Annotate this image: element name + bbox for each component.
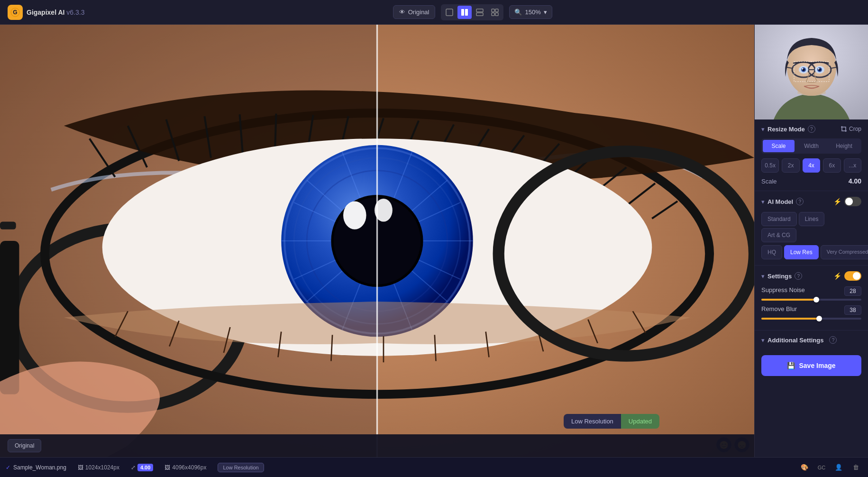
scale-info: ⤢ 4.00 <box>131 464 153 471</box>
save-image-button[interactable]: 💾 Save Image <box>761 355 861 376</box>
filename: Sample_Woman.png <box>13 464 66 471</box>
main-content: Low Resolution Updated 😊 😞 Original <box>0 25 868 457</box>
scale-value: 4.00 <box>849 177 861 185</box>
width-mode-btn[interactable]: Width <box>795 140 827 152</box>
ai-model-toggle[interactable] <box>844 197 861 206</box>
topbar: G Gigapixel AI v6.3.3 👁 Original <box>0 0 868 25</box>
remove-blur-thumb[interactable] <box>816 316 822 321</box>
quad-view-btn[interactable] <box>488 6 502 19</box>
ai-model-lightning-icon: ⚡ <box>833 198 841 205</box>
resize-icon: ⤢ <box>131 464 136 471</box>
ai-model-header: ▾ AI Model ? ⚡ <box>761 197 861 206</box>
palette-icon-btn[interactable]: 🎨 <box>798 461 811 474</box>
remove-blur-value: 38 <box>844 305 861 315</box>
crop-button[interactable]: Crop <box>841 126 861 132</box>
trash-icon-btn[interactable]: 🗑 <box>849 461 862 474</box>
svg-rect-2 <box>446 9 453 16</box>
suppress-noise-label-row: Suppress Noise 28 <box>761 286 861 296</box>
very-compressed-model-btn[interactable]: Very Compressed <box>821 245 868 259</box>
settings-toggle-area: ⚡ <box>833 271 861 281</box>
svg-rect-10 <box>495 13 498 16</box>
app-logo-icon: G <box>8 5 23 20</box>
svg-rect-73 <box>0 222 16 229</box>
scale-2x-btn[interactable]: 2x <box>782 158 799 173</box>
input-resolution: 🖼 1024x1024px <box>78 464 119 471</box>
canvas-area[interactable]: Low Resolution Updated 😊 😞 Original <box>0 25 754 457</box>
scale-size-buttons: 0.5x 2x 4x 6x ...x <box>761 158 861 173</box>
svg-text:G: G <box>13 9 17 16</box>
svg-rect-15 <box>0 241 19 394</box>
settings-help-icon[interactable]: ? <box>795 272 802 280</box>
art-cg-model-btn[interactable]: Art & CG <box>761 228 796 242</box>
ai-model-title: AI Model <box>767 198 793 205</box>
settings-chevron: ▾ <box>761 273 765 280</box>
height-mode-btn[interactable]: Height <box>828 140 860 152</box>
right-panel: ▾ Resize Mode ? Crop Scale Width Height <box>754 25 868 457</box>
ai-model-help-icon[interactable]: ? <box>796 198 804 205</box>
output-icon: 🖼 <box>164 464 170 471</box>
svg-rect-3 <box>461 9 464 16</box>
suppress-noise-value: 28 <box>844 286 861 296</box>
suppress-noise-thumb[interactable] <box>813 297 819 303</box>
ai-model-row1: Standard Lines Art & CG <box>761 212 861 242</box>
ai-model-toggle-area: ⚡ <box>833 197 861 206</box>
suppress-noise-label: Suppress Noise <box>761 286 805 296</box>
resize-mode-help-icon[interactable]: ? <box>808 125 815 133</box>
suppress-noise-track[interactable] <box>761 299 861 301</box>
standard-model-btn[interactable]: Standard <box>761 212 797 226</box>
original-button[interactable]: 👁 Original <box>393 5 436 19</box>
resize-mode-title: Resize Mode <box>767 126 805 133</box>
output-resolution: 🖼 4096x4096px <box>164 464 206 471</box>
scale-badge: 4.00 <box>137 464 153 471</box>
svg-rect-5 <box>476 9 483 12</box>
scale-label: Scale <box>761 178 777 185</box>
canvas-bottom-bar: Original <box>0 434 754 457</box>
settings-section: ▾ Settings ? ⚡ Suppress Noise 28 <box>755 266 868 330</box>
user-icon-btn[interactable]: 👤 <box>832 461 845 474</box>
app-title: Gigapixel AI v6.3.3 <box>27 9 84 16</box>
resize-mode-chevron: ▾ <box>761 126 765 133</box>
hq-model-btn[interactable]: HQ <box>761 245 782 259</box>
low-res-model-btn[interactable]: Low Res <box>784 245 819 259</box>
additional-settings-section[interactable]: ▾ Additional Settings ? <box>755 330 868 349</box>
additional-settings-help-icon[interactable]: ? <box>829 336 837 344</box>
suppress-noise-slider-row: Suppress Noise 28 <box>761 286 861 301</box>
svg-rect-6 <box>476 13 483 16</box>
remove-blur-label-row: Remove Blur 38 <box>761 305 861 315</box>
scale-mode-btn[interactable]: Scale <box>763 140 795 152</box>
logo-area: G Gigapixel AI v6.3.3 <box>8 5 84 20</box>
svg-rect-8 <box>495 9 498 12</box>
remove-blur-slider-row: Remove Blur 38 <box>761 305 861 320</box>
ai-model-row2: HQ Low Res Very Compressed <box>761 245 861 259</box>
gc-button[interactable]: GC <box>815 461 828 474</box>
svg-rect-9 <box>492 13 494 16</box>
save-icon: 💾 <box>787 362 795 369</box>
scale-4x-btn[interactable]: 4x <box>803 158 820 173</box>
settings-toggle[interactable] <box>844 271 861 281</box>
scale-more-btn[interactable]: ...x <box>844 158 861 173</box>
topbar-center: 👁 Original <box>84 4 860 20</box>
svg-point-58 <box>343 201 366 229</box>
split-v-view-btn[interactable] <box>473 6 487 19</box>
scale-6x-btn[interactable]: 6x <box>823 158 841 173</box>
crop-button-area: Crop <box>841 126 861 132</box>
scale-0-5x-btn[interactable]: 0.5x <box>761 158 779 173</box>
single-view-btn[interactable] <box>442 6 457 19</box>
lines-model-btn[interactable]: Lines <box>799 212 825 226</box>
image-icon: 🖼 <box>78 464 83 471</box>
svg-point-88 <box>818 68 820 70</box>
low-res-label: Low Resolution <box>564 414 621 429</box>
resize-mode-section: ▾ Resize Mode ? Crop Scale Width Height <box>755 119 868 191</box>
ai-model-section: ▾ AI Model ? ⚡ Standard Lines Art & CG H… <box>755 191 868 266</box>
zoom-selector[interactable]: 🔍 150% ▾ <box>509 5 552 19</box>
canvas-image <box>0 25 754 457</box>
filename-item: ✓ Sample_Woman.png <box>6 464 66 471</box>
resize-mode-header: ▾ Resize Mode ? Crop <box>761 125 861 133</box>
remove-blur-track[interactable] <box>761 318 861 320</box>
eye-icon: 👁 <box>399 9 405 16</box>
svg-rect-7 <box>492 9 494 12</box>
view-mode-buttons <box>441 4 503 20</box>
chevron-down-icon: ▾ <box>544 9 547 16</box>
split-h-view-btn[interactable] <box>457 6 472 19</box>
ai-model-toggle-knob <box>845 198 853 205</box>
